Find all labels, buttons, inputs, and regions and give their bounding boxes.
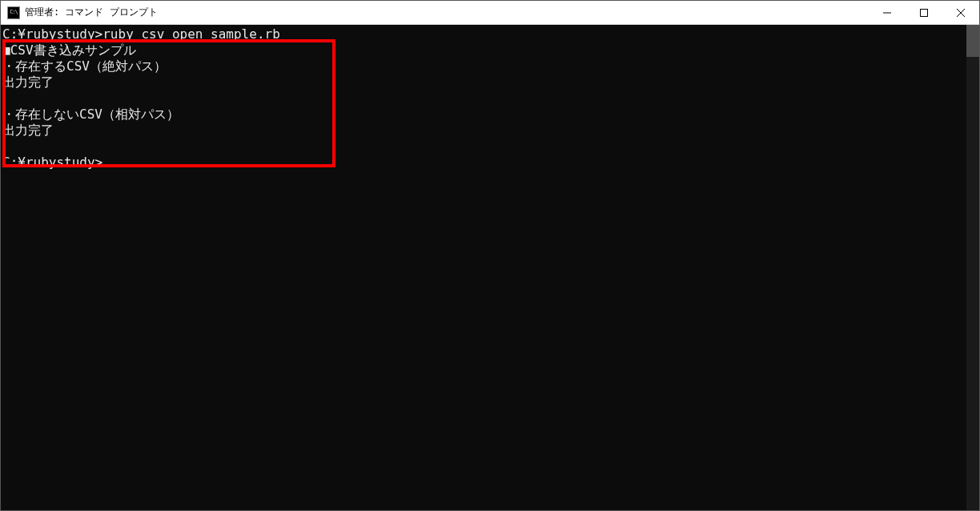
minimize-icon	[883, 9, 891, 17]
window-title: 管理者: コマンド プロンプト	[25, 6, 158, 19]
terminal-area: C:¥rubystudy>ruby csv_open_sample.rb■CSV…	[1, 25, 979, 510]
terminal-line: ・存在しないCSV（相対パス）	[2, 107, 965, 123]
terminal-line: 出力完了	[2, 123, 965, 139]
minimize-button[interactable]	[869, 1, 906, 25]
maximize-icon	[920, 9, 928, 17]
terminal-line	[2, 139, 965, 155]
terminal-line	[2, 91, 965, 107]
titlebar[interactable]: C:\ 管理者: コマンド プロンプト	[1, 1, 979, 25]
cmd-window: C:\ 管理者: コマンド プロンプト C:¥rubystudy>ruby cs…	[0, 0, 980, 511]
scrollbar-thumb[interactable]	[966, 25, 979, 57]
close-button[interactable]	[942, 1, 979, 25]
terminal-line: ■CSV書き込みサンプル	[2, 42, 965, 58]
svg-rect-1	[921, 9, 928, 16]
scrollbar-vertical[interactable]	[966, 25, 979, 510]
terminal-output[interactable]: C:¥rubystudy>ruby csv_open_sample.rb■CSV…	[1, 25, 966, 510]
terminal-line: 出力完了	[2, 74, 965, 91]
close-icon	[957, 9, 965, 17]
terminal-prompt-line: C:¥rubystudy>	[2, 155, 965, 171]
cmd-icon: C:\	[7, 6, 20, 19]
maximize-button[interactable]	[906, 1, 942, 25]
terminal-line: C:¥rubystudy>ruby csv_open_sample.rb	[2, 26, 965, 42]
terminal-line: ・存在するCSV（絶対パス）	[2, 58, 965, 74]
terminal-cursor	[102, 165, 110, 167]
